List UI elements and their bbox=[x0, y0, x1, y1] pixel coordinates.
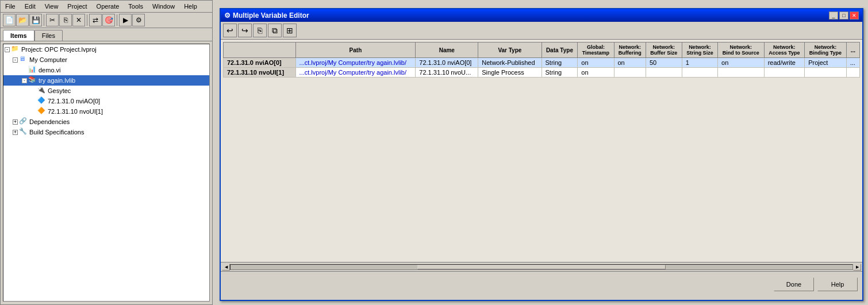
cell-datatype-0: String bbox=[541, 58, 578, 68]
copy-button[interactable]: ⎘ bbox=[253, 24, 267, 37]
expand-tryagain[interactable]: - bbox=[22, 78, 27, 83]
tree-item-buildspecs[interactable]: + 🔧 Build Specifications bbox=[3, 127, 209, 137]
table-row[interactable]: 72.1.31.0 nviAO[0] ...ct.lvproj/My Compu… bbox=[224, 58, 860, 68]
cell-net-strsize-1 bbox=[682, 68, 717, 78]
tree-label-buildspecs: Build Specifications bbox=[29, 129, 84, 136]
cell-vartype-1: Single Process bbox=[478, 68, 541, 78]
toolbar-delete[interactable]: ✕ bbox=[72, 14, 85, 26]
icon-buildspecs: 🔧 bbox=[19, 128, 28, 137]
cell-net-bufsize-0: 50 bbox=[646, 58, 682, 68]
toolbar-extra[interactable]: ⚙ bbox=[132, 14, 145, 26]
col-header-net-access: Network:Access Type bbox=[764, 43, 805, 58]
tree-item-nvoui1[interactable]: 🔶 72.1.31.10 nvoUI[1] bbox=[3, 106, 209, 117]
expand-root[interactable]: - bbox=[5, 47, 10, 52]
editor-table-area: Path Name Var Type Data Type Global:Time… bbox=[221, 40, 862, 262]
tree-item-tryagain[interactable]: - 📚 try again.lvlib bbox=[3, 75, 209, 86]
menu-tools[interactable]: Tools bbox=[126, 2, 145, 11]
toolbar-save[interactable]: 💾 bbox=[29, 14, 42, 26]
expand-buildspecs[interactable]: + bbox=[13, 130, 18, 135]
icon-mycomputer: 🖥 bbox=[19, 55, 28, 64]
menu-view[interactable]: View bbox=[43, 2, 61, 11]
tree-item-mycomputer[interactable]: - 🖥 My Computer bbox=[3, 55, 209, 65]
icon-demovi: 📊 bbox=[28, 65, 37, 75]
editor-toolbar: ↩ ↪ ⎘ ⧉ ⊞ bbox=[221, 22, 862, 40]
col-header-net-strsize: Network:String Size bbox=[682, 43, 717, 58]
table-button[interactable]: ⊞ bbox=[283, 24, 297, 37]
table-row[interactable]: 72.1.31.10 nvoUI[1] ...ct.lvproj/My Comp… bbox=[224, 68, 860, 78]
left-toolbar: 📄 📂 💾 ✂ ⎘ ✕ ⇄ 🎯 ▶ ⚙ bbox=[1, 13, 212, 28]
toolbar-target[interactable]: 🎯 bbox=[102, 14, 115, 26]
tree-item-gesytec[interactable]: 🔌 Gesytec bbox=[3, 86, 209, 96]
toolbar-cut[interactable]: ✂ bbox=[46, 14, 59, 26]
desktop: File Edit View Project Operate Tools Win… bbox=[0, 0, 868, 305]
toolbar-new[interactable]: 📄 bbox=[3, 14, 16, 26]
col-header-name: Name bbox=[416, 43, 478, 58]
col-header-global-ts: Global:Timestamp bbox=[578, 43, 614, 58]
data-table: Path Name Var Type Data Type Global:Time… bbox=[223, 42, 860, 78]
cell-net-bindsrc-1 bbox=[718, 68, 765, 78]
col-header-net-bindsrc: Network:Bind to Source bbox=[718, 43, 765, 58]
cell-net-strsize-0: 1 bbox=[682, 58, 717, 68]
col-header-net-buf: Network:Buffering bbox=[614, 43, 646, 58]
tabs-bar: Items Files bbox=[1, 28, 212, 41]
tree-label-gesytec: Gesytec bbox=[48, 87, 71, 94]
cell-net-access-0: read/write bbox=[764, 58, 805, 68]
col-header-net-binding: Network:Binding Type bbox=[805, 43, 847, 58]
cell-net-bindsrc-0: on bbox=[718, 58, 765, 68]
menu-file[interactable]: File bbox=[3, 2, 18, 11]
menu-edit[interactable]: Edit bbox=[22, 2, 38, 11]
minimize-button[interactable]: _ bbox=[829, 11, 838, 20]
menu-bar: File Edit View Project Operate Tools Win… bbox=[1, 1, 212, 13]
scroll-right-btn[interactable]: ▶ bbox=[853, 264, 861, 271]
cell-net-buf-1 bbox=[614, 68, 646, 78]
menu-operate[interactable]: Operate bbox=[94, 2, 122, 11]
cell-rowheader-0: 72.1.31.0 nviAO[0] bbox=[224, 58, 296, 68]
cell-path-0: ...ct.lvproj/My Computer/try again.lvlib… bbox=[295, 58, 416, 68]
scrollbar-track[interactable] bbox=[230, 264, 853, 270]
tab-items[interactable]: Items bbox=[3, 30, 34, 41]
cell-extra-0: ... bbox=[846, 58, 859, 68]
tab-files[interactable]: Files bbox=[34, 30, 63, 41]
cell-name-0: 72.1.31.0 nviAO[0] bbox=[416, 58, 478, 68]
cell-net-binding-0: Project bbox=[805, 58, 847, 68]
icon-nviao0: 🔷 bbox=[37, 96, 47, 106]
help-button[interactable]: Help bbox=[817, 277, 858, 291]
col-header-datatype: Data Type bbox=[541, 43, 578, 58]
menu-window[interactable]: Window bbox=[150, 2, 177, 11]
toolbar-open[interactable]: 📂 bbox=[16, 14, 29, 26]
undo-button[interactable]: ↩ bbox=[223, 24, 237, 37]
col-header-path: Path bbox=[295, 43, 416, 58]
tree-label-nviao0: 72.1.31.0 nviAO[0] bbox=[48, 98, 100, 105]
redo-button[interactable]: ↪ bbox=[238, 24, 252, 37]
tree-item-nviao0[interactable]: 🔷 72.1.31.0 nviAO[0] bbox=[3, 96, 209, 106]
tree-label-dependencies: Dependencies bbox=[29, 118, 70, 125]
cell-net-buf-0: on bbox=[614, 58, 646, 68]
cell-name-1: 72.1.31.10 nvoU... bbox=[416, 68, 478, 78]
bottom-bar: Done Help bbox=[221, 271, 862, 296]
tree-item-demovi[interactable]: 📊 demo.vi bbox=[3, 65, 209, 75]
icon-project: 📁 bbox=[11, 45, 20, 54]
tree-item-root[interactable]: - 📁 Project: OPC Project.lvproj bbox=[3, 44, 209, 55]
expand-mycomputer[interactable]: - bbox=[13, 57, 18, 63]
done-button[interactable]: Done bbox=[774, 277, 814, 291]
left-panel: File Edit View Project Operate Tools Win… bbox=[0, 0, 213, 305]
horizontal-scrollbar[interactable]: ◀ ▶ bbox=[221, 262, 862, 271]
maximize-button[interactable]: □ bbox=[839, 11, 848, 20]
icon-dependencies: 🔗 bbox=[19, 117, 28, 126]
tree-item-dependencies[interactable]: + 🔗 Dependencies bbox=[3, 117, 209, 127]
tree-label-demovi: demo.vi bbox=[39, 67, 61, 74]
toolbar-move[interactable]: ⇄ bbox=[89, 14, 102, 26]
scrollbar-thumb[interactable] bbox=[417, 265, 666, 269]
paste-button[interactable]: ⧉ bbox=[268, 24, 282, 37]
menu-help[interactable]: Help bbox=[182, 2, 199, 11]
menu-project[interactable]: Project bbox=[65, 2, 89, 11]
toolbar-copy[interactable]: ⎘ bbox=[59, 14, 72, 26]
right-panel: ⚙ Multiple Variable Editor _ □ ✕ ↩ ↪ ⎘ ⧉… bbox=[220, 8, 863, 301]
scroll-left-btn[interactable]: ◀ bbox=[222, 264, 230, 271]
cell-global-ts-0: on bbox=[578, 58, 614, 68]
expand-dependencies[interactable]: + bbox=[13, 119, 18, 125]
toolbar-build[interactable]: ▶ bbox=[119, 14, 132, 26]
toolbar-sep3 bbox=[117, 14, 117, 26]
close-button[interactable]: ✕ bbox=[850, 11, 859, 20]
col-header-net-bufsize: Network:Buffer Size bbox=[646, 43, 682, 58]
